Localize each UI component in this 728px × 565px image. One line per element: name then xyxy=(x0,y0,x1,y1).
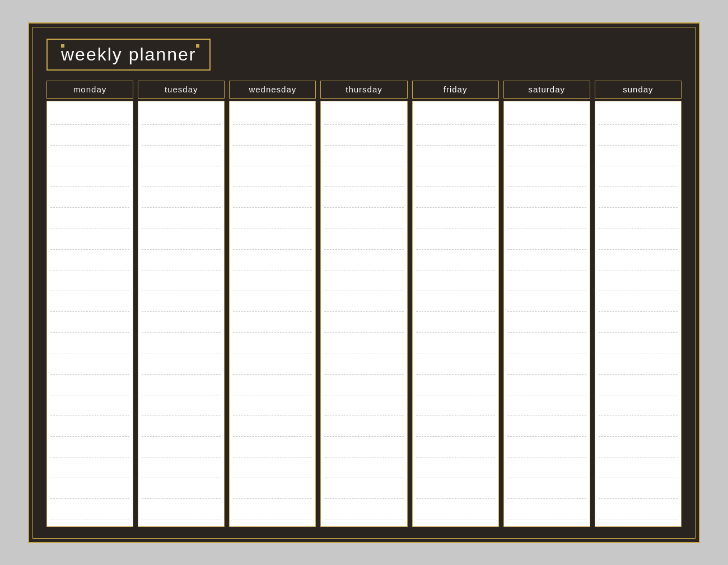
line xyxy=(142,253,221,270)
line xyxy=(324,232,403,249)
day-content-sunday[interactable] xyxy=(595,101,682,527)
line xyxy=(324,190,403,208)
line xyxy=(142,128,221,146)
planner-outer-border: weekly planner mondaytuesdaywednesdaythu… xyxy=(28,22,700,543)
line xyxy=(599,128,678,146)
day-label-wednesday: wednesday xyxy=(249,85,296,94)
line xyxy=(142,357,221,374)
line xyxy=(599,108,678,125)
lines-container-thursday xyxy=(324,106,403,522)
line xyxy=(142,190,221,208)
day-label-tuesday: tuesday xyxy=(165,85,198,94)
line xyxy=(233,253,312,270)
line xyxy=(507,295,586,312)
line xyxy=(142,295,221,312)
line xyxy=(142,149,221,166)
line xyxy=(416,232,495,249)
line xyxy=(233,461,312,478)
line xyxy=(233,232,312,249)
line xyxy=(507,336,586,353)
line xyxy=(142,378,221,395)
line xyxy=(142,274,221,291)
title-box: weekly planner xyxy=(46,39,211,71)
line xyxy=(416,274,495,291)
lines-container-saturday xyxy=(507,106,586,522)
line xyxy=(416,149,495,166)
line xyxy=(233,108,312,125)
line xyxy=(50,108,129,125)
line xyxy=(233,336,312,353)
day-header-sunday: sunday xyxy=(595,81,682,99)
lines-container-sunday xyxy=(599,106,678,522)
line xyxy=(324,482,403,499)
line xyxy=(233,440,312,457)
day-column-tuesday: tuesday xyxy=(138,81,225,527)
day-content-friday[interactable] xyxy=(412,101,499,527)
line xyxy=(416,357,495,374)
planner-inner-border: weekly planner mondaytuesdaywednesdaythu… xyxy=(32,27,696,539)
line xyxy=(507,461,586,478)
day-content-wednesday[interactable] xyxy=(229,101,316,527)
line xyxy=(416,253,495,270)
line xyxy=(50,461,129,478)
day-label-sunday: sunday xyxy=(623,85,653,94)
line xyxy=(233,419,312,437)
line xyxy=(233,502,312,520)
line xyxy=(233,274,312,291)
line xyxy=(507,419,586,437)
line xyxy=(233,149,312,166)
line xyxy=(507,232,586,249)
line xyxy=(599,336,678,353)
line xyxy=(233,399,312,416)
line xyxy=(324,419,403,437)
day-content-tuesday[interactable] xyxy=(138,101,225,527)
day-header-saturday: saturday xyxy=(503,81,590,99)
line xyxy=(416,419,495,437)
day-content-thursday[interactable] xyxy=(320,101,407,527)
day-label-saturday: saturday xyxy=(529,85,566,94)
line xyxy=(324,336,403,353)
line xyxy=(142,482,221,499)
line xyxy=(233,378,312,395)
line xyxy=(599,149,678,166)
day-column-saturday: saturday xyxy=(503,81,590,527)
day-content-monday[interactable] xyxy=(46,101,133,527)
line xyxy=(599,502,678,520)
line xyxy=(416,190,495,208)
lines-container-monday xyxy=(50,106,129,522)
day-label-thursday: thursday xyxy=(346,85,382,94)
line xyxy=(507,502,586,520)
day-column-wednesday: wednesday xyxy=(229,81,316,527)
line xyxy=(50,502,129,520)
line xyxy=(599,232,678,249)
line xyxy=(142,211,221,228)
day-header-friday: friday xyxy=(412,81,499,99)
line xyxy=(233,170,312,187)
line xyxy=(416,211,495,228)
line xyxy=(599,315,678,333)
line xyxy=(50,419,129,437)
line xyxy=(324,440,403,457)
day-content-saturday[interactable] xyxy=(503,101,590,527)
line xyxy=(416,170,495,187)
line xyxy=(416,295,495,312)
line xyxy=(416,108,495,125)
line xyxy=(599,482,678,499)
line xyxy=(324,253,403,270)
line xyxy=(324,170,403,187)
line xyxy=(599,378,678,395)
line xyxy=(324,502,403,520)
line xyxy=(507,399,586,416)
line xyxy=(324,357,403,374)
line xyxy=(142,461,221,478)
line xyxy=(416,399,495,416)
line xyxy=(233,315,312,333)
line xyxy=(233,357,312,374)
line xyxy=(324,295,403,312)
day-header-tuesday: tuesday xyxy=(138,81,225,99)
line xyxy=(142,399,221,416)
line xyxy=(50,315,129,333)
line xyxy=(233,211,312,228)
line xyxy=(324,399,403,416)
line xyxy=(50,399,129,416)
